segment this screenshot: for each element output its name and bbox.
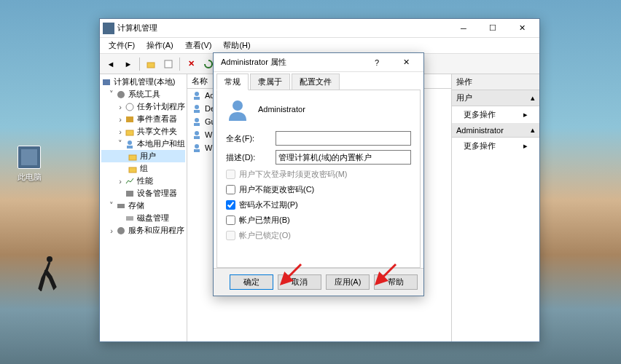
svg-rect-18: [194, 97, 200, 100]
mgmt-titlebar[interactable]: 计算机管理 ─ ☐ ✕: [100, 19, 539, 38]
description-label: 描述(D):: [226, 152, 276, 163]
chevron-right-icon: ▸: [523, 110, 528, 119]
svg-point-21: [195, 118, 199, 122]
tree-services-apps[interactable]: ›服务和应用程序: [101, 224, 185, 237]
svg-rect-14: [117, 204, 125, 208]
tree-device-mgr[interactable]: 设备管理器: [101, 187, 185, 199]
actions-section-users[interactable]: 用户▴: [452, 90, 539, 106]
tabstrip: 常规 隶属于 配置文件: [214, 72, 423, 90]
tree-system-tools[interactable]: ˅系统工具: [101, 88, 185, 100]
mgmt-title: 计算机管理: [117, 23, 449, 33]
tree-users[interactable]: 用户: [101, 150, 185, 162]
tree-performance[interactable]: ›性能: [101, 175, 185, 187]
tree-shared-folders[interactable]: ›共享文件夹: [101, 125, 185, 138]
check-never-expires-box[interactable]: [226, 200, 235, 210]
actions-section-admin[interactable]: Administrator▴: [452, 123, 539, 138]
svg-rect-8: [126, 130, 133, 135]
svg-rect-1: [147, 63, 155, 68]
menu-view[interactable]: 查看(V): [179, 39, 218, 52]
svg-rect-24: [194, 136, 200, 139]
svg-point-27: [233, 100, 243, 111]
actions-pane-title: 操作: [452, 74, 539, 90]
svg-point-17: [195, 92, 199, 96]
user-icon: [226, 98, 249, 121]
menu-file[interactable]: 文件(F): [103, 39, 141, 52]
tab-member-of[interactable]: 隶属于: [250, 74, 290, 90]
check-disabled-box[interactable]: [226, 215, 235, 225]
dialog-titlebar[interactable]: Administrator 属性 ? ✕: [214, 53, 423, 72]
svg-point-25: [195, 144, 199, 149]
svg-rect-7: [126, 116, 133, 122]
svg-rect-12: [129, 167, 136, 173]
collapse-icon: ▴: [531, 93, 535, 103]
properties-dialog: Administrator 属性 ? ✕ 常规 隶属于 配置文件 Adminis…: [213, 52, 424, 296]
full-name-input[interactable]: [276, 131, 411, 146]
cancel-button[interactable]: 取消: [278, 274, 321, 290]
svg-rect-15: [126, 216, 133, 221]
svg-rect-10: [127, 146, 133, 149]
up-button[interactable]: [143, 56, 159, 72]
check-cannot-change[interactable]: 用户不能更改密码(C): [226, 184, 411, 195]
svg-point-6: [126, 103, 133, 111]
svg-rect-11: [129, 155, 136, 160]
svg-rect-22: [194, 123, 200, 126]
dialog-help-button[interactable]: 帮助: [374, 274, 418, 290]
svg-rect-2: [165, 60, 172, 68]
dialog-close-button[interactable]: ✕: [391, 55, 421, 71]
dialog-title: Administrator 属性: [216, 57, 362, 68]
svg-point-16: [117, 227, 125, 234]
properties-button[interactable]: [160, 56, 176, 72]
computer-icon: [17, 146, 41, 169]
tree-task-scheduler[interactable]: ›任务计划程序: [101, 100, 185, 113]
help-button[interactable]: ?: [362, 55, 391, 71]
menubar: 文件(F) 操作(A) 查看(V) 帮助(H): [100, 38, 539, 54]
svg-rect-20: [194, 110, 200, 113]
svg-point-5: [117, 91, 125, 98]
svg-point-0: [47, 256, 52, 262]
back-button[interactable]: ◄: [103, 56, 119, 72]
username-label: Administrator: [258, 105, 305, 114]
svg-rect-4: [103, 79, 110, 85]
description-input[interactable]: [276, 150, 411, 165]
full-name-label: 全名(F):: [226, 133, 276, 144]
tree-root[interactable]: 计算机管理(本地): [101, 76, 185, 88]
minimize-button[interactable]: ─: [449, 20, 478, 36]
check-must-change: 用户下次登录时须更改密码(M): [226, 169, 411, 180]
action-more-users[interactable]: 更多操作▸: [452, 106, 539, 123]
ok-button[interactable]: 确定: [230, 274, 273, 290]
tab-profile[interactable]: 配置文件: [292, 74, 340, 90]
close-button[interactable]: ✕: [507, 20, 536, 36]
svg-point-23: [195, 131, 199, 135]
maximize-button[interactable]: ☐: [478, 20, 507, 36]
tree-event-viewer[interactable]: ›事件查看器: [101, 113, 185, 125]
tab-general[interactable]: 常规: [216, 74, 249, 90]
check-must-change-box: [226, 170, 235, 179]
check-never-expires[interactable]: 密码永不过期(P): [226, 199, 411, 210]
check-locked: 帐户已锁定(O): [226, 230, 411, 241]
tree-storage[interactable]: ˅存储: [101, 199, 185, 212]
check-cannot-change-box[interactable]: [226, 185, 235, 194]
action-more-admin[interactable]: 更多操作▸: [452, 138, 539, 154]
svg-point-19: [195, 105, 199, 109]
apply-button[interactable]: 应用(A): [326, 274, 370, 290]
tree-pane[interactable]: 计算机管理(本地) ˅系统工具 ›任务计划程序 ›事件查看器 ›共享文件夹 ˅本…: [100, 74, 187, 341]
svg-point-9: [128, 141, 132, 145]
forward-button[interactable]: ►: [120, 56, 136, 72]
chevron-right-icon: ▸: [523, 141, 528, 151]
actions-pane: 操作 用户▴ 更多操作▸ Administrator▴ 更多操作▸: [452, 74, 539, 341]
check-disabled[interactable]: 帐户已禁用(B): [226, 215, 411, 226]
menu-help[interactable]: 帮助(H): [217, 39, 256, 52]
collapse-icon: ▴: [531, 125, 535, 135]
app-icon: [103, 23, 114, 34]
svg-rect-13: [126, 191, 133, 197]
dialog-button-row: 确定 取消 应用(A) 帮助: [214, 268, 423, 296]
tree-local-users[interactable]: ˅本地用户和组: [101, 138, 185, 150]
desktop-icon-this-pc[interactable]: 此电脑: [11, 146, 47, 183]
desktop-icon-label: 此电脑: [11, 172, 47, 183]
tree-groups[interactable]: 组: [101, 162, 185, 175]
tree-disk-mgmt[interactable]: 磁盘管理: [101, 212, 185, 224]
svg-rect-26: [194, 149, 200, 152]
menu-action[interactable]: 操作(A): [141, 39, 179, 52]
delete-button[interactable]: ✕: [183, 56, 199, 72]
tab-content-general: Administrator 全名(F): 描述(D): 用户下次登录时须更改密码…: [216, 90, 421, 268]
